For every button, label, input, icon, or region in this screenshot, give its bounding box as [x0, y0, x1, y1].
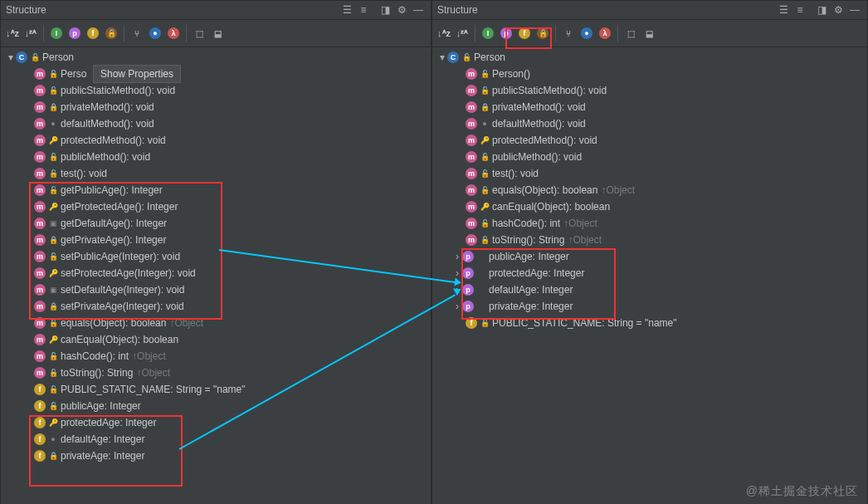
toolbar-properties-button[interactable]: p [66, 25, 83, 42]
tree-item[interactable]: m 🔒 getPrivateAge(): Integer [1, 232, 431, 248]
dock-icon[interactable]: ◨ [378, 2, 393, 17]
tree-item[interactable]: f 🔓 PUBLIC_STATIC_NAME: String = "name" [1, 381, 431, 398]
tree-item[interactable]: m 🔑 protectedMethod(): void [432, 132, 867, 149]
tree-item[interactable]: f 🔓 publicAge: Integer [1, 398, 431, 414]
toolbar-lock-button[interactable]: 🔒 [534, 25, 551, 42]
visibility-lock-icon: 🔒 [49, 103, 57, 111]
tree-root[interactable]: ▾ C 🔓 Person [1, 49, 431, 66]
tree-item[interactable]: m 🔓 publicStaticMethod(): void [432, 82, 867, 99]
tree-root[interactable]: ▾ C 🔓 Person [432, 49, 867, 66]
tree[interactable]: ▾ C 🔓 Person m 🔓 Person() m 🔓 publicStat… [432, 47, 867, 504]
tree-item-label: protectedAge: Integer [489, 267, 584, 279]
tree-item-label: publicMethod(): void [61, 151, 150, 163]
hide-icon[interactable]: — [411, 2, 426, 17]
toolbar-interface-button[interactable]: ● [578, 25, 595, 42]
dock-icon[interactable]: ◨ [814, 2, 829, 17]
visibility-key-icon: 🔑 [480, 203, 489, 211]
tree-item[interactable]: › p defaultAge: Integer [432, 281, 867, 298]
tree-item-label: test(): void [492, 168, 539, 179]
tree-item[interactable]: m 🔓 toString(): String ↑Object [432, 232, 867, 248]
tree-item[interactable]: › p publicAge: Integer [432, 248, 867, 265]
tree-item-label: protectedMethod(): void [492, 135, 597, 146]
toolbar-lock-button[interactable]: 🔒 [103, 25, 119, 42]
toolbar-anon-button[interactable]: ⑂ [129, 25, 145, 42]
settings-icon[interactable]: ☰ [339, 2, 354, 17]
chevron-down-icon[interactable]: ▾ [6, 51, 16, 63]
toolbar-expand-button[interactable]: ⬚ [191, 25, 207, 42]
m-badge-icon: m [34, 334, 46, 345]
m-badge-icon: m [34, 151, 46, 163]
gear-icon[interactable]: ⚙ [394, 2, 409, 17]
toolbar-collapse-button[interactable]: ⬓ [641, 25, 657, 42]
hide-icon[interactable]: — [847, 2, 862, 17]
gear-icon[interactable]: ⚙ [831, 2, 846, 17]
tree-item[interactable]: f 🔓 PUBLIC_STATIC_NAME: String = "name" [432, 315, 867, 331]
chevron-right-icon[interactable]: › [452, 251, 462, 262]
tree-item[interactable]: m 🔓 equals(Object): boolean ↑Object [1, 315, 431, 331]
tree-item[interactable]: m 🔒 privateMethod(): void [432, 99, 867, 115]
tree-item[interactable]: › p protectedAge: Integer [432, 265, 867, 281]
toolbar-sort-za-button[interactable]: ↓ᶻᴬ [22, 25, 39, 42]
f-badge-icon: f [34, 417, 46, 428]
tree-item[interactable]: m 🔑 canEqual(Object): boolean [432, 198, 867, 215]
tree-item[interactable]: m 🔓 getPublicAge(): Integer [1, 182, 431, 198]
tree-item[interactable]: m 🔒 privateMethod(): void [1, 99, 431, 115]
toolbar-properties-button[interactable]: p [498, 25, 514, 42]
toolbar-sort-za-button[interactable]: ↓ᶻᴬ [454, 25, 471, 42]
m-badge-icon: m [466, 118, 477, 130]
collapse-icon[interactable]: ≡ [356, 2, 371, 17]
tree-item[interactable]: m 🔓 Person() [432, 66, 867, 82]
toolbar-separator [617, 25, 618, 42]
tree-item[interactable]: › p privateAge: Integer [432, 298, 867, 315]
toolbar-collapse-button[interactable]: ⬓ [209, 25, 226, 42]
tree-item[interactable]: m 🔑 getProtectedAge(): Integer [1, 198, 431, 215]
tree-item[interactable]: m 🔓 equals(Object): boolean ↑Object [432, 182, 867, 198]
chevron-down-icon[interactable]: ▾ [437, 51, 447, 63]
tree-item-label: getPrivateAge(): Integer [61, 234, 166, 246]
toolbar-sort-az-button[interactable]: ↓ᴬz [4, 25, 21, 42]
tree-item[interactable]: m ● defaultMethod(): void [1, 115, 431, 132]
tree-item[interactable]: m ● defaultMethod(): void [432, 115, 867, 132]
toolbar-sort-az-button[interactable]: ↓ᴬz [436, 25, 452, 42]
tree-item[interactable]: m 🔓 Perso [1, 66, 431, 82]
tree-item[interactable]: m 🔓 publicMethod(): void [432, 149, 867, 165]
tree-item[interactable]: m 🔓 hashCode(): int ↑Object [432, 215, 867, 232]
toolbar-inherited-button[interactable]: I [48, 25, 65, 42]
tree-item[interactable]: m 🔓 toString(): String ↑Object [1, 365, 431, 381]
f-badge-icon: f [34, 384, 46, 395]
tree-item[interactable]: m 🔑 protectedMethod(): void [1, 132, 431, 149]
toolbar-separator [43, 25, 44, 42]
m-badge-icon: m [34, 85, 46, 96]
tree[interactable]: ▾ C 🔓 Person m 🔓 Perso m 🔓 publicStaticM… [1, 47, 431, 504]
tree-item[interactable]: m 🔓 test(): void [1, 165, 431, 182]
p-badge-icon: p [462, 267, 474, 279]
toolbar-lambda-button[interactable]: λ [165, 25, 182, 42]
toolbar-fields-button[interactable]: f [516, 25, 533, 42]
toolbar-fields-button[interactable]: f [85, 25, 101, 42]
f-badge-icon: f [466, 317, 477, 329]
tree-item-label: setPrivateAge(Integer): void [61, 301, 184, 312]
tree-item[interactable]: f ● defaultAge: Integer [1, 431, 431, 448]
collapse-icon[interactable]: ≡ [792, 2, 807, 17]
settings-icon[interactable]: ☰ [776, 2, 791, 17]
tree-item[interactable]: m 🔓 hashCode(): int ↑Object [1, 348, 431, 365]
m-badge-icon: m [34, 68, 46, 80]
tree-item[interactable]: m 🔓 publicStaticMethod(): void [1, 82, 431, 99]
tree-item[interactable]: m 🔓 test(): void [432, 165, 867, 182]
tree-item[interactable]: m ▣ setDefaultAge(Integer): void [1, 281, 431, 298]
toolbar-inherited-button[interactable]: I [480, 25, 496, 42]
toolbar-anon-button[interactable]: ⑂ [560, 25, 577, 42]
toolbar-interface-button[interactable]: ● [147, 25, 163, 42]
m-badge-icon: m [466, 218, 477, 229]
tree-item[interactable]: m 🔓 setPublicAge(Integer): void [1, 248, 431, 265]
tree-item[interactable]: m 🔑 setProtectedAge(Integer): void [1, 265, 431, 281]
chevron-right-icon[interactable]: › [452, 301, 462, 312]
toolbar-expand-button[interactable]: ⬚ [622, 25, 639, 42]
m-badge-icon: m [34, 218, 46, 229]
toolbar-lambda-button[interactable]: λ [597, 25, 613, 42]
p-badge-icon: p [462, 284, 474, 296]
tree-item[interactable]: m 🔒 setPrivateAge(Integer): void [1, 298, 431, 315]
tree-item[interactable]: m ▣ getDefaultAge(): Integer [1, 215, 431, 232]
tree-item[interactable]: m 🔓 publicMethod(): void [1, 149, 431, 165]
tree-item[interactable]: f 🔒 privateAge: Integer [1, 448, 431, 464]
